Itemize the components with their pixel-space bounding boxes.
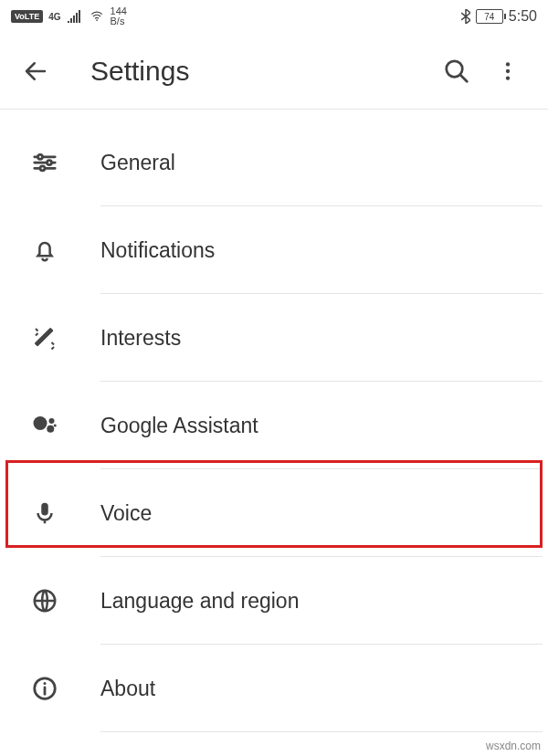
settings-item-google-assistant[interactable]: Google Assistant	[0, 382, 548, 469]
settings-list: General Notifications Interests Google A…	[0, 110, 548, 732]
settings-item-label: Language and region	[100, 589, 299, 614]
app-bar: Settings	[0, 33, 548, 110]
svg-point-4	[506, 76, 510, 79]
settings-item-label: Google Assistant	[100, 414, 258, 438]
svg-point-11	[47, 425, 54, 433]
globe-icon	[31, 587, 58, 614]
settings-item-notifications[interactable]: Notifications	[0, 206, 548, 294]
watermark: wsxdn.com	[486, 740, 541, 752]
svg-point-3	[506, 68, 510, 72]
svg-point-7	[40, 166, 45, 171]
status-right: 74 5:50	[461, 8, 537, 25]
svg-rect-13	[41, 503, 48, 516]
bell-icon	[31, 236, 58, 264]
svg-point-12	[54, 425, 57, 427]
svg-point-10	[49, 418, 55, 424]
bluetooth-icon	[461, 9, 470, 24]
svg-point-16	[44, 682, 47, 685]
clock: 5:50	[509, 8, 537, 25]
back-button[interactable]	[22, 58, 68, 85]
overflow-menu-button[interactable]	[482, 59, 533, 83]
info-icon	[31, 675, 58, 702]
network-type-label: 4G	[48, 12, 60, 22]
svg-point-6	[47, 161, 52, 165]
battery-indicator: 74	[476, 9, 503, 24]
svg-point-0	[96, 19, 98, 21]
settings-item-label: Notifications	[100, 238, 215, 263]
settings-item-label: Interests	[100, 326, 181, 351]
wifi-icon	[89, 10, 105, 23]
page-title: Settings	[68, 56, 431, 87]
svg-point-5	[38, 154, 43, 159]
status-bar: VoLTE 4G 144 B/s 74 5:50	[0, 0, 548, 33]
volte-badge: VoLTE	[11, 10, 43, 23]
settings-item-label: Voice	[100, 501, 152, 526]
svg-point-2	[506, 62, 510, 66]
settings-item-language-region[interactable]: Language and region	[0, 557, 548, 645]
sliders-icon	[31, 149, 58, 176]
settings-item-label: General	[100, 151, 175, 175]
settings-item-interests[interactable]: Interests	[0, 294, 548, 382]
settings-item-voice[interactable]: Voice	[0, 469, 548, 557]
search-button[interactable]	[431, 58, 482, 85]
mic-icon	[31, 499, 58, 527]
signal-icon	[67, 10, 83, 23]
svg-point-9	[34, 416, 47, 430]
assistant-icon	[31, 412, 58, 439]
net-speed: 144 B/s	[111, 6, 127, 26]
status-left: VoLTE 4G 144 B/s	[11, 6, 127, 26]
settings-item-about[interactable]: About	[0, 645, 548, 732]
settings-item-label: About	[100, 677, 155, 701]
wand-icon	[31, 324, 58, 352]
settings-item-general[interactable]: General	[0, 119, 548, 206]
